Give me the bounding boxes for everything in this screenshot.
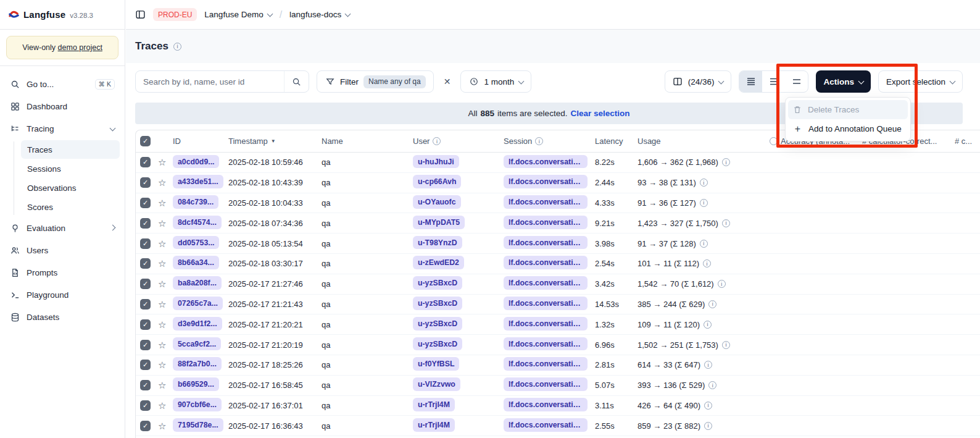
project-selector[interactable]: langfuse-docs [289, 10, 350, 19]
trace-session-pill[interactable]: lf.docs.conversation... [504, 256, 588, 269]
table-row[interactable]: ✓ ☆ 8dcf4574... 2025-02-18 07:34:36 qa u… [136, 213, 980, 234]
sidebar-item-dashboard[interactable]: Dashboard [5, 96, 120, 117]
column-header-timestamp[interactable]: Timestamp▼ [228, 137, 322, 146]
row-checkbox[interactable]: ✓ [140, 177, 151, 188]
trace-session-pill[interactable]: lf.docs.conversation... [504, 297, 588, 310]
row-checkbox[interactable]: ✓ [140, 400, 151, 411]
sidebar-item-sessions[interactable]: Sessions [21, 159, 120, 178]
trace-id-pill[interactable]: 5cca9cf2... [173, 337, 221, 351]
table-row[interactable]: ✓ ☆ dd05753... 2025-02-18 05:13:54 qa u-… [136, 234, 980, 254]
sidebar-item-evaluation[interactable]: Evaluation [5, 217, 120, 238]
trace-user-pill[interactable]: u-cp66Avh [413, 175, 461, 188]
export-selection-button[interactable]: Export selection [878, 70, 963, 93]
trace-id-pill[interactable]: ba8a208f... [173, 276, 222, 290]
org-selector[interactable]: Langfuse Demo [204, 10, 272, 19]
sidebar-item-playground[interactable]: Playground [5, 284, 120, 305]
trace-session-pill[interactable]: lf.docs.conversation... [504, 337, 588, 351]
row-checkbox[interactable]: ✓ [140, 299, 151, 310]
search-input[interactable] [136, 77, 284, 86]
column-header-latency[interactable]: Latency [595, 137, 637, 146]
column-header-session[interactable]: Sessioni [504, 137, 595, 146]
star-icon[interactable]: ☆ [158, 259, 173, 268]
trace-id-pill[interactable]: d3e9d1f2... [173, 317, 222, 331]
trace-session-pill[interactable]: lf.docs.conversation... [504, 276, 588, 290]
clear-filter-button[interactable]: ✕ [441, 77, 454, 86]
trace-user-pill[interactable]: u-yzSBxcD [413, 276, 462, 290]
table-row[interactable]: ✓ ☆ 907cbf6e... 2025-02-17 16:37:01 qa u… [136, 396, 980, 416]
row-checkbox[interactable]: ✓ [140, 258, 151, 269]
trace-user-pill[interactable]: u-MYpDAT5 [413, 216, 465, 229]
trace-id-pill[interactable]: 7195d78e... [173, 418, 223, 432]
row-checkbox[interactable]: ✓ [140, 218, 151, 229]
time-range-selector[interactable]: 1 month [460, 70, 531, 93]
trace-user-pill[interactable]: u-yzSBxcD [413, 297, 462, 310]
table-row[interactable]: ✓ ☆ a433de51... 2025-02-18 10:43:39 qa u… [136, 173, 980, 193]
column-header-score-more[interactable]: # c... [955, 137, 980, 146]
trace-id-pill[interactable]: 8b66a34... [173, 256, 219, 269]
sidebar-item-scores[interactable]: Scores [21, 198, 120, 216]
trace-session-pill[interactable]: lf.docs.conversation... [504, 357, 588, 371]
row-checkbox[interactable]: ✓ [140, 360, 151, 370]
trace-session-pill[interactable]: lf.docs.conversation... [504, 236, 588, 250]
trace-session-pill[interactable]: lf.docs.conversation... [504, 195, 588, 209]
trace-id-pill[interactable]: b669529... [173, 377, 219, 391]
goto-button[interactable]: Go to... ⌘ K [5, 74, 120, 95]
star-icon[interactable]: ☆ [158, 360, 173, 369]
row-height-large-button[interactable] [785, 71, 808, 92]
column-visibility-button[interactable]: (24/36) [665, 70, 732, 93]
row-checkbox[interactable]: ✓ [140, 319, 151, 330]
trace-id-pill[interactable]: dd05753... [173, 236, 219, 250]
trace-session-pill[interactable]: lf.docs.conversation... [504, 418, 588, 432]
trace-user-pill[interactable]: u-rTrjI4M [413, 418, 455, 432]
demo-project-link[interactable]: demo project [58, 43, 102, 52]
row-checkbox[interactable]: ✓ [140, 198, 151, 208]
star-icon[interactable]: ☆ [158, 320, 173, 329]
star-icon[interactable]: ☆ [158, 158, 173, 167]
row-checkbox[interactable]: ✓ [140, 340, 151, 350]
table-row[interactable]: ✓ ☆ 8b66a34... 2025-02-18 03:30:17 qa u-… [136, 254, 980, 274]
trace-user-pill[interactable]: u-f0YfBSL [413, 357, 459, 371]
actions-button[interactable]: Actions [816, 70, 871, 93]
trace-session-pill[interactable]: lf.docs.conversation... [504, 175, 588, 188]
column-header-usage[interactable]: Usage [637, 137, 770, 146]
select-all-checkbox[interactable]: ✓ [140, 136, 151, 146]
trace-user-pill[interactable]: u-zEwdED2 [413, 256, 464, 269]
table-row[interactable]: ✓ ☆ d3e9d1f2... 2025-02-17 21:20:21 qa u… [136, 314, 980, 335]
star-icon[interactable]: ☆ [158, 401, 173, 410]
search-icon[interactable] [284, 71, 309, 92]
trace-user-pill[interactable]: u-VIZzvwo [413, 377, 460, 391]
trace-id-pill[interactable]: 88f2a7b0... [173, 357, 222, 371]
trace-user-pill[interactable]: u-OYauofc [413, 195, 461, 209]
table-row[interactable]: ✓ ☆ ba8a208f... 2025-02-17 21:27:46 qa u… [136, 274, 980, 295]
star-icon[interactable]: ☆ [158, 421, 173, 431]
row-checkbox[interactable]: ✓ [140, 157, 151, 167]
table-row[interactable]: ✓ ☆ 084c739... 2025-02-18 10:04:33 qa u-… [136, 193, 980, 214]
star-icon[interactable]: ☆ [158, 219, 173, 228]
row-checkbox[interactable]: ✓ [140, 421, 151, 431]
trace-session-pill[interactable]: lf.docs.conversation... [504, 216, 588, 229]
star-icon[interactable]: ☆ [158, 381, 173, 390]
table-row[interactable]: ✓ ☆ 7195d78e... 2025-02-17 16:36:43 qa u… [136, 416, 980, 436]
sidebar-item-traces[interactable]: Traces [21, 140, 120, 159]
star-icon[interactable]: ☆ [158, 239, 173, 248]
trace-id-pill[interactable]: 8dcf4574... [173, 216, 222, 229]
star-icon[interactable]: ☆ [158, 340, 173, 350]
sidebar-item-tracing[interactable]: Tracing [5, 118, 120, 139]
column-header-id[interactable]: ID [173, 137, 228, 146]
row-checkbox[interactable]: ✓ [140, 238, 151, 249]
sidebar-toggle-icon[interactable] [135, 9, 146, 20]
table-row[interactable]: ✓ ☆ a0cd0d9... 2025-02-18 10:59:46 qa u-… [136, 153, 980, 173]
table-row[interactable]: ✓ ☆ b669529... 2025-02-17 16:58:45 qa u-… [136, 376, 980, 396]
column-header-name[interactable]: Name [322, 137, 413, 146]
trace-user-pill[interactable]: u-rTrjI4M [413, 398, 455, 411]
trace-id-pill[interactable]: a433de51... [173, 175, 223, 188]
trace-id-pill[interactable]: 084c739... [173, 195, 218, 209]
trace-id-pill[interactable]: 07265c7a... [173, 297, 223, 310]
star-icon[interactable]: ☆ [158, 198, 173, 208]
trace-id-pill[interactable]: a0cd0d9... [173, 155, 219, 169]
sidebar-item-prompts[interactable]: Prompts [5, 262, 120, 283]
column-header-user[interactable]: Useri [413, 137, 504, 146]
row-height-small-button[interactable] [739, 71, 762, 92]
row-height-medium-button[interactable] [762, 71, 785, 92]
table-row[interactable]: ✓ ☆ 88f2a7b0... 2025-02-17 18:25:26 qa u… [136, 355, 980, 376]
